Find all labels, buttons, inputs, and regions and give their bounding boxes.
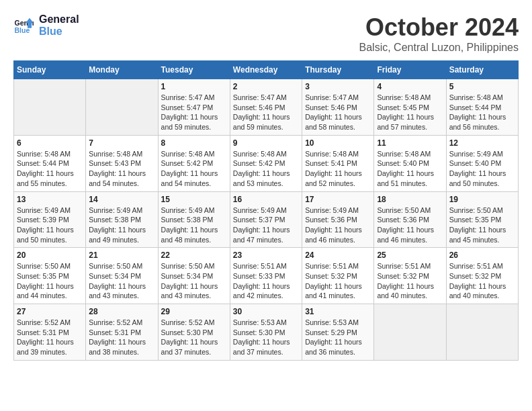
day-cell: 9 Sunrise: 5:48 AMSunset: 5:42 PMDayligh…: [230, 135, 302, 191]
day-cell: 20 Sunrise: 5:50 AMSunset: 5:35 PMDaylig…: [14, 248, 86, 304]
day-header-monday: Monday: [86, 61, 158, 79]
day-cell: 15 Sunrise: 5:49 AMSunset: 5:38 PMDaylig…: [158, 191, 230, 248]
day-cell: 2 Sunrise: 5:47 AMSunset: 5:46 PMDayligh…: [230, 79, 302, 136]
day-cell: [86, 79, 158, 136]
calendar-table: SundayMondayTuesdayWednesdayThursdayFrid…: [13, 60, 519, 361]
day-number: 18: [377, 195, 443, 204]
day-cell: 27 Sunrise: 5:52 AMSunset: 5:31 PMDaylig…: [14, 304, 86, 361]
day-number: 26: [449, 250, 515, 260]
day-header-friday: Friday: [374, 61, 446, 79]
day-info: Sunrise: 5:50 AMSunset: 5:34 PMDaylight:…: [161, 261, 227, 301]
day-cell: 12 Sunrise: 5:49 AMSunset: 5:40 PMDaylig…: [446, 135, 518, 191]
day-cell: 5 Sunrise: 5:48 AMSunset: 5:44 PMDayligh…: [446, 79, 518, 136]
day-info: Sunrise: 5:49 AMSunset: 5:36 PMDaylight:…: [305, 205, 371, 245]
day-info: Sunrise: 5:48 AMSunset: 5:40 PMDaylight:…: [377, 149, 443, 189]
day-number: 14: [89, 195, 154, 204]
header: General Blue General Blue October 2024 B…: [13, 13, 519, 54]
day-info: Sunrise: 5:49 AMSunset: 5:38 PMDaylight:…: [89, 205, 154, 245]
day-info: Sunrise: 5:48 AMSunset: 5:41 PMDaylight:…: [305, 149, 371, 189]
day-number: 28: [89, 307, 154, 316]
day-number: 1: [161, 82, 227, 91]
day-header-wednesday: Wednesday: [230, 61, 302, 79]
day-info: Sunrise: 5:49 AMSunset: 5:37 PMDaylight:…: [233, 205, 299, 245]
day-info: Sunrise: 5:50 AMSunset: 5:36 PMDaylight:…: [377, 205, 443, 245]
day-number: 8: [161, 138, 227, 148]
day-info: Sunrise: 5:53 AMSunset: 5:29 PMDaylight:…: [305, 318, 371, 357]
title-area: October 2024 Balsic, Central Luzon, Phil…: [359, 13, 519, 54]
day-number: 5: [449, 82, 515, 91]
day-number: 16: [233, 195, 299, 204]
day-cell: 25 Sunrise: 5:51 AMSunset: 5:32 PMDaylig…: [374, 248, 446, 304]
day-cell: 28 Sunrise: 5:52 AMSunset: 5:31 PMDaylig…: [86, 304, 158, 361]
day-number: 7: [89, 138, 154, 148]
day-header-sunday: Sunday: [14, 61, 86, 79]
week-row-5: 27 Sunrise: 5:52 AMSunset: 5:31 PMDaylig…: [14, 304, 519, 361]
day-number: 17: [305, 195, 371, 204]
day-cell: 6 Sunrise: 5:48 AMSunset: 5:44 PMDayligh…: [14, 135, 86, 191]
day-cell: 7 Sunrise: 5:48 AMSunset: 5:43 PMDayligh…: [86, 135, 158, 191]
logo-text-line2: Blue: [39, 26, 79, 38]
day-number: 12: [449, 138, 515, 148]
day-cell: 13 Sunrise: 5:49 AMSunset: 5:39 PMDaylig…: [14, 191, 86, 248]
day-number: 22: [161, 250, 227, 260]
day-cell: 23 Sunrise: 5:51 AMSunset: 5:33 PMDaylig…: [230, 248, 302, 304]
day-number: 6: [17, 138, 83, 148]
day-number: 11: [377, 138, 443, 148]
week-row-1: 1 Sunrise: 5:47 AMSunset: 5:47 PMDayligh…: [14, 79, 519, 136]
day-info: Sunrise: 5:48 AMSunset: 5:44 PMDaylight:…: [449, 93, 515, 132]
day-cell: 16 Sunrise: 5:49 AMSunset: 5:37 PMDaylig…: [230, 191, 302, 248]
day-number: 20: [17, 250, 83, 260]
day-cell: 24 Sunrise: 5:51 AMSunset: 5:32 PMDaylig…: [302, 248, 374, 304]
day-cell: 18 Sunrise: 5:50 AMSunset: 5:36 PMDaylig…: [374, 191, 446, 248]
day-cell: 14 Sunrise: 5:49 AMSunset: 5:38 PMDaylig…: [86, 191, 158, 248]
day-cell: 29 Sunrise: 5:52 AMSunset: 5:30 PMDaylig…: [158, 304, 230, 361]
day-number: 2: [233, 82, 299, 91]
logo: General Blue General Blue: [13, 13, 79, 38]
day-cell: [446, 304, 518, 361]
day-number: 3: [305, 82, 371, 91]
day-info: Sunrise: 5:48 AMSunset: 5:42 PMDaylight:…: [233, 149, 299, 189]
day-info: Sunrise: 5:51 AMSunset: 5:33 PMDaylight:…: [233, 261, 299, 301]
location-title: Balsic, Central Luzon, Philippines: [359, 42, 519, 54]
day-cell: 10 Sunrise: 5:48 AMSunset: 5:41 PMDaylig…: [302, 135, 374, 191]
day-cell: 30 Sunrise: 5:53 AMSunset: 5:30 PMDaylig…: [230, 304, 302, 361]
day-info: Sunrise: 5:52 AMSunset: 5:31 PMDaylight:…: [17, 318, 83, 357]
day-info: Sunrise: 5:52 AMSunset: 5:31 PMDaylight:…: [89, 318, 154, 357]
day-cell: 26 Sunrise: 5:51 AMSunset: 5:32 PMDaylig…: [446, 248, 518, 304]
week-row-4: 20 Sunrise: 5:50 AMSunset: 5:35 PMDaylig…: [14, 248, 519, 304]
day-info: Sunrise: 5:48 AMSunset: 5:44 PMDaylight:…: [17, 149, 83, 189]
day-number: 15: [161, 195, 227, 204]
day-number: 13: [17, 195, 83, 204]
day-info: Sunrise: 5:49 AMSunset: 5:39 PMDaylight:…: [17, 205, 83, 245]
day-number: 19: [449, 195, 515, 204]
day-header-thursday: Thursday: [302, 61, 374, 79]
day-info: Sunrise: 5:51 AMSunset: 5:32 PMDaylight:…: [305, 261, 371, 301]
day-number: 4: [377, 82, 443, 91]
day-cell: 1 Sunrise: 5:47 AMSunset: 5:47 PMDayligh…: [158, 79, 230, 136]
day-info: Sunrise: 5:50 AMSunset: 5:34 PMDaylight:…: [89, 261, 154, 301]
day-cell: 21 Sunrise: 5:50 AMSunset: 5:34 PMDaylig…: [86, 248, 158, 304]
day-info: Sunrise: 5:47 AMSunset: 5:46 PMDaylight:…: [305, 93, 371, 132]
day-info: Sunrise: 5:47 AMSunset: 5:46 PMDaylight:…: [233, 93, 299, 132]
day-number: 23: [233, 250, 299, 260]
day-info: Sunrise: 5:51 AMSunset: 5:32 PMDaylight:…: [377, 261, 443, 301]
day-cell: [14, 79, 86, 136]
day-cell: 8 Sunrise: 5:48 AMSunset: 5:42 PMDayligh…: [158, 135, 230, 191]
day-cell: 3 Sunrise: 5:47 AMSunset: 5:46 PMDayligh…: [302, 79, 374, 136]
day-info: Sunrise: 5:48 AMSunset: 5:42 PMDaylight:…: [161, 149, 227, 189]
day-number: 21: [89, 250, 154, 260]
day-number: 29: [161, 307, 227, 316]
day-info: Sunrise: 5:49 AMSunset: 5:38 PMDaylight:…: [161, 205, 227, 245]
day-info: Sunrise: 5:51 AMSunset: 5:32 PMDaylight:…: [449, 261, 515, 301]
svg-text:Blue: Blue: [15, 26, 30, 34]
day-number: 30: [233, 307, 299, 316]
header-row: SundayMondayTuesdayWednesdayThursdayFrid…: [14, 61, 519, 79]
day-info: Sunrise: 5:52 AMSunset: 5:30 PMDaylight:…: [161, 318, 227, 357]
day-cell: 11 Sunrise: 5:48 AMSunset: 5:40 PMDaylig…: [374, 135, 446, 191]
day-number: 10: [305, 138, 371, 148]
day-number: 24: [305, 250, 371, 260]
day-cell: 22 Sunrise: 5:50 AMSunset: 5:34 PMDaylig…: [158, 248, 230, 304]
week-row-3: 13 Sunrise: 5:49 AMSunset: 5:39 PMDaylig…: [14, 191, 519, 248]
day-cell: 17 Sunrise: 5:49 AMSunset: 5:36 PMDaylig…: [302, 191, 374, 248]
day-header-saturday: Saturday: [446, 61, 518, 79]
